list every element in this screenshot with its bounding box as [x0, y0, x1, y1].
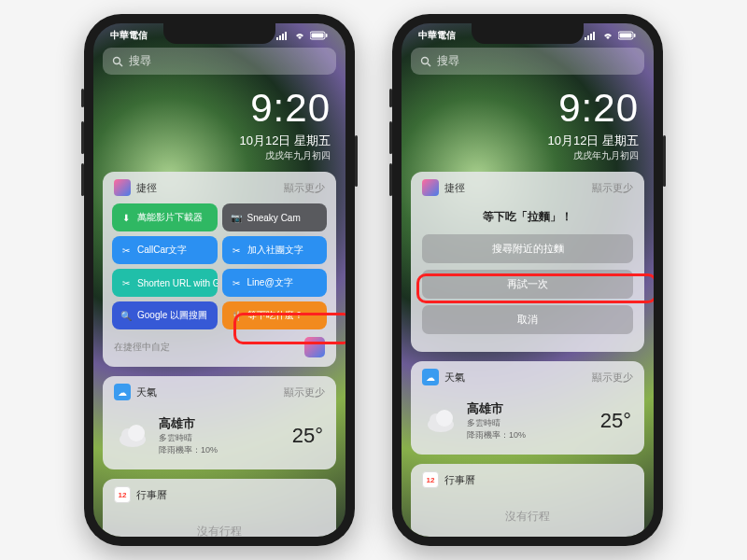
show-less-button[interactable]: 顯示更少	[284, 385, 325, 399]
notch	[163, 23, 275, 44]
shortcut-tile-label: Line@文字	[247, 276, 293, 289]
shortcuts-app-icon	[422, 179, 439, 196]
shortcut-tile[interactable]: ✂CallCar文字	[112, 236, 218, 264]
clock-area: 9:20 10月12日 星期五 戊戌年九月初四	[411, 82, 644, 172]
retry-button[interactable]: 再試一次	[422, 270, 633, 299]
shortcuts-title: 捷徑	[444, 181, 465, 195]
shortcut-tile[interactable]: 🍴等下吃什麼？	[222, 301, 328, 329]
calendar-app-icon: 12	[114, 486, 131, 503]
svg-point-19	[422, 57, 429, 63]
date-label: 10月12日 星期五	[416, 133, 639, 149]
battery-icon	[310, 31, 329, 40]
time-label: 9:20	[416, 86, 639, 131]
weather-title: 天氣	[444, 371, 465, 385]
calendar-widget[interactable]: 12 行事曆 沒有行程	[411, 464, 644, 537]
shortcut-tile-icon: 📷	[230, 211, 243, 224]
shortcut-tile[interactable]: 🔍Google 以圖搜圖	[112, 301, 218, 329]
svg-rect-14	[590, 34, 592, 40]
shortcuts-app-icon	[114, 179, 131, 196]
weather-condition: 多雲時晴	[467, 417, 591, 429]
weather-rain: 降雨機率：10%	[467, 429, 591, 441]
calendar-empty: 沒有行程	[103, 511, 336, 537]
shortcut-tile-label: CallCar文字	[137, 244, 187, 257]
svg-point-11	[128, 425, 145, 441]
svg-rect-15	[593, 32, 595, 40]
search-input[interactable]: 搜尋	[411, 48, 644, 75]
svg-rect-5	[312, 34, 324, 38]
shortcut-tile-icon: ⬇	[120, 211, 133, 224]
search-placeholder: 搜尋	[437, 53, 459, 69]
search-placeholder: 搜尋	[129, 53, 151, 69]
svg-rect-6	[326, 34, 328, 37]
shortcut-tile-icon: ✂	[120, 276, 133, 289]
shortcut-tile-label: Google 以圖搜圖	[137, 309, 207, 322]
svg-rect-18	[634, 34, 636, 37]
show-less-button[interactable]: 顯示更少	[592, 181, 633, 195]
search-nearby-button[interactable]: 搜尋附近的拉麵	[422, 234, 633, 263]
screen-left: 中華電信 搜尋 9:20	[93, 23, 345, 537]
lunar-label: 戊戌年九月初四	[108, 149, 331, 162]
shortcuts-title: 捷徑	[136, 181, 157, 195]
wifi-icon	[293, 31, 306, 40]
weather-city: 高雄市	[467, 400, 591, 417]
weather-rain: 降雨機率：10%	[159, 444, 283, 456]
search-input[interactable]: 搜尋	[103, 48, 336, 75]
shortcut-tile-icon: 🍴	[230, 309, 243, 322]
svg-rect-12	[585, 37, 586, 40]
shortcut-tile-label: Sneaky Cam	[247, 213, 301, 223]
shortcut-tile-icon: 🔍	[120, 309, 133, 322]
date-label: 10月12日 星期五	[108, 133, 331, 149]
svg-rect-3	[285, 32, 287, 40]
shortcut-tile[interactable]: ✂Line@文字	[222, 269, 328, 297]
search-icon	[112, 56, 123, 67]
time-label: 9:20	[108, 86, 331, 131]
shortcuts-widget: 捷徑 顯示更少 ⬇萬能影片下載器📷Sneaky Cam✂CallCar文字✂加入…	[103, 172, 336, 367]
weather-city: 高雄市	[159, 415, 283, 432]
show-less-button[interactable]: 顯示更少	[592, 371, 633, 385]
shortcut-tile-icon: ✂	[120, 244, 133, 257]
cancel-button[interactable]: 取消	[422, 305, 633, 334]
svg-rect-13	[587, 35, 589, 40]
lunar-label: 戊戌年九月初四	[416, 149, 639, 162]
clock-area: 9:20 10月12日 星期五 戊戌年九月初四	[103, 82, 336, 172]
shortcut-tile[interactable]: 📷Sneaky Cam	[222, 203, 328, 231]
shortcut-tile-label: Shorten URL with Go…	[137, 278, 218, 288]
wifi-icon	[601, 31, 614, 40]
svg-point-7	[114, 57, 120, 63]
status-right	[585, 31, 637, 40]
svg-rect-1	[279, 35, 281, 40]
svg-line-20	[428, 63, 430, 66]
shortcut-tile-icon: ✂	[230, 276, 243, 289]
customize-link[interactable]: 在捷徑中自定	[114, 341, 170, 354]
weather-app-icon: ☁	[114, 384, 131, 400]
calendar-empty: 沒有行程	[411, 496, 644, 537]
shortcut-tile[interactable]: ⬇萬能影片下載器	[112, 203, 218, 231]
calendar-title: 行事曆	[136, 488, 167, 502]
svg-rect-0	[276, 37, 278, 40]
svg-line-8	[120, 63, 122, 66]
shortcut-tile[interactable]: ✂加入社團文字	[222, 236, 328, 264]
carrier-label: 中華電信	[418, 29, 456, 42]
search-icon	[420, 56, 431, 67]
shortcut-tile-icon: ✂	[230, 244, 243, 257]
prompt-header: 等下吃「拉麵」！	[422, 209, 633, 225]
calendar-widget[interactable]: 12 行事曆 沒有行程	[103, 479, 336, 537]
screen-right: 中華電信 搜尋 9:20	[402, 23, 654, 537]
phone-right: 中華電信 搜尋 9:20	[392, 14, 663, 546]
shortcut-tile[interactable]: ✂Shorten URL with Go…	[112, 269, 218, 297]
calendar-app-icon: 12	[422, 471, 439, 488]
show-less-button[interactable]: 顯示更少	[284, 181, 325, 195]
notch	[472, 23, 584, 44]
shortcuts-prompt-widget: 捷徑 顯示更少 等下吃「拉麵」！ 搜尋附近的拉麵 再試一次 取消	[411, 172, 644, 352]
weather-widget[interactable]: ☁ 天氣 顯示更少 高雄市 多雲時晴 降雨機率：10% 25°	[103, 376, 336, 469]
battery-icon	[618, 31, 637, 40]
calendar-title: 行事曆	[444, 473, 475, 487]
weather-condition: 多雲時晴	[159, 432, 283, 444]
status-right	[276, 31, 329, 40]
svg-point-23	[436, 410, 453, 427]
shortcut-tile-label: 加入社團文字	[247, 244, 303, 257]
weather-app-icon: ☁	[422, 369, 439, 385]
cloud-icon	[116, 419, 149, 453]
carrier-label: 中華電信	[110, 29, 148, 42]
weather-widget[interactable]: ☁ 天氣 顯示更少 高雄市 多雲時晴 降雨機率：10% 25°	[411, 361, 644, 455]
